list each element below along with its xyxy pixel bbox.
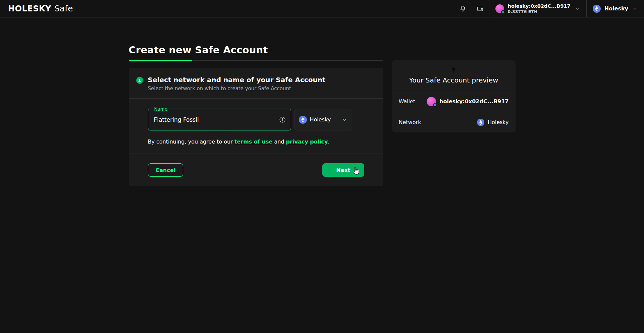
header-actions: holesky:0x02dC...B917 0.33776 ETH Holesk…: [454, 0, 644, 17]
preview-avatar-badge: [433, 103, 437, 107]
preview-header: Your Safe Account preview: [392, 60, 516, 91]
chevron-down-icon: [341, 116, 348, 123]
network-select[interactable]: Holesky: [294, 109, 352, 130]
preview-network-row: Network Holesky: [392, 112, 516, 132]
privacy-policy-link[interactable]: privacy policy: [286, 138, 328, 145]
wallet-icon: [477, 5, 484, 12]
preview-title: Your Safe Account preview: [409, 76, 498, 84]
terms-text: By continuing, you agree to our terms of…: [148, 138, 364, 145]
step-card: 1 Select network and name of your Safe A…: [129, 68, 383, 186]
preview-wallet-avatar: [427, 97, 436, 106]
header-network-label: Holesky: [604, 5, 628, 12]
network-selector[interactable]: Holesky: [586, 0, 644, 17]
network-select-label: Holesky: [310, 116, 331, 123]
app-logo-network: HOLESKY: [8, 4, 51, 13]
name-field-label: Name: [152, 106, 170, 112]
preview-network-value: Holesky: [488, 119, 509, 125]
step-footer: Cancel Next: [129, 154, 383, 186]
wallet-balance: 0.33776 ETH: [508, 9, 571, 14]
preview-wallet-row: Wallet holesky:0x02dC...B917: [392, 91, 516, 112]
wallet-avatar: [495, 4, 504, 13]
info-icon: [279, 116, 286, 123]
ethereum-icon: [477, 119, 484, 126]
preview-wallet-address: holesky:0x02dC...B917: [439, 98, 508, 105]
step-body: Name: [129, 99, 383, 154]
top-header: HOLESKY Safe holesk: [0, 0, 644, 17]
name-field: Name: [148, 109, 291, 130]
app-logo[interactable]: HOLESKY Safe: [0, 0, 81, 17]
main-content: Create new Safe Account 1 Select network…: [0, 17, 644, 186]
next-button[interactable]: Next: [322, 163, 364, 177]
wallet-info: holesky:0x02dC...B917 0.33776 ETH: [508, 3, 571, 14]
connected-wallet-menu[interactable]: holesky:0x02dC...B917 0.33776 ETH: [489, 0, 586, 17]
preview-card: Your Safe Account preview Wallet holesky…: [392, 60, 516, 132]
name-input[interactable]: [148, 109, 291, 130]
wallet-button[interactable]: [472, 0, 489, 17]
page-title: Create new Safe Account: [129, 44, 383, 56]
app-logo-brand: Safe: [54, 4, 73, 13]
stepper-progress-bar: [129, 60, 193, 61]
step-header: 1 Select network and name of your Safe A…: [129, 68, 383, 98]
step-number-badge: 1: [136, 77, 143, 84]
wallet-address: holesky:0x02dC...B917: [508, 3, 571, 9]
terms-of-use-link[interactable]: terms of use: [234, 138, 272, 145]
wallet-avatar-badge: [501, 10, 505, 14]
step-title: Select network and name of your Safe Acc…: [148, 76, 326, 84]
chevron-down-icon: [574, 6, 580, 12]
notifications-button[interactable]: [454, 0, 472, 17]
black-diamond-logo-icon: [451, 66, 457, 73]
cancel-button[interactable]: Cancel: [148, 163, 183, 177]
ethereum-icon: [593, 5, 601, 13]
ethereum-icon: [299, 116, 307, 124]
bell-icon: [459, 5, 467, 12]
chevron-down-icon: [632, 6, 638, 12]
step-subtitle: Select the network on which to create yo…: [148, 86, 326, 92]
stepper-progress-track: [129, 60, 383, 61]
info-button[interactable]: [277, 115, 287, 125]
preview-wallet-label: Wallet: [399, 98, 416, 105]
preview-network-label: Network: [399, 119, 421, 125]
